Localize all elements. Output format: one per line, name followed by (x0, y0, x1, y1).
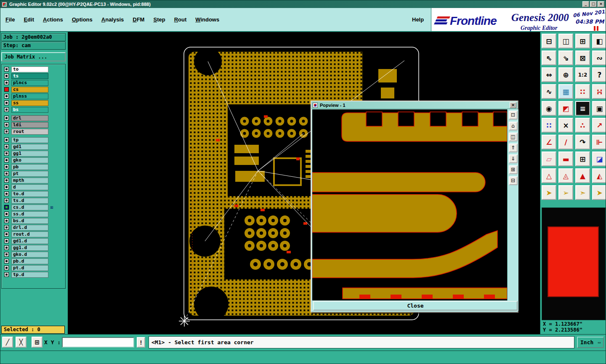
layer-checkbox[interactable] (4, 144, 9, 149)
layer-checkbox[interactable] (4, 239, 9, 243)
menu-actions[interactable]: Actions (43, 16, 63, 23)
layer-checkbox[interactable] (4, 122, 9, 127)
layer-checkbox[interactable] (4, 138, 9, 142)
layer-row-ldi[interactable]: ldi (4, 122, 65, 128)
arc-tool-button[interactable]: ↷ (575, 135, 590, 149)
layer-checkbox[interactable] (4, 232, 9, 236)
layer-row-ts[interactable]: ts (4, 73, 65, 79)
corner-mark-button[interactable]: ◩ (558, 101, 573, 116)
layer-row-rout.d[interactable]: rout.d (4, 231, 65, 237)
layer-row-tp.d[interactable]: tp.d (4, 271, 65, 278)
layer-row-to[interactable]: to (4, 66, 65, 72)
blue-shape-button[interactable]: ◪ (592, 151, 606, 166)
layer-row-tp[interactable]: tp (4, 137, 65, 143)
popview-zoom-in-button[interactable]: ⇑ (509, 143, 518, 152)
snap-pad-button[interactable]: ∷ (575, 84, 590, 99)
menu-options[interactable]: Options (72, 16, 93, 23)
layer-checkbox[interactable] (4, 245, 9, 250)
triangle-half-button[interactable]: ◭ (592, 168, 606, 183)
layer-row-pt[interactable]: pt (4, 170, 65, 177)
layer-row-gd1[interactable]: gd1 (4, 143, 65, 150)
menu-step[interactable]: Step (153, 16, 165, 23)
menu-analysis[interactable]: Analysis (101, 16, 124, 23)
layer-row-plncs[interactable]: plncs (4, 80, 65, 86)
layer-checkbox[interactable] (4, 116, 9, 120)
angle-measure-button[interactable]: ∠ (542, 135, 556, 149)
layer-row-drl[interactable]: drl (4, 115, 65, 121)
triangle-solid-button[interactable]: ▲ (575, 168, 590, 183)
popview-grid-button[interactable]: ⊞ (509, 165, 518, 174)
xy-input[interactable] (62, 337, 134, 348)
origin-target-button[interactable]: ◉ (542, 101, 556, 116)
layer-row-pb.d[interactable]: pb.d (4, 258, 65, 264)
layer-checkbox[interactable] (4, 252, 9, 257)
menu-edit[interactable]: Edit (24, 16, 34, 23)
layer-row-ss.d[interactable]: ss.d (4, 211, 65, 217)
units-button[interactable]: Inch ▭ (577, 337, 604, 348)
zoom-prev-button[interactable]: ⇖ (542, 50, 556, 65)
popview-capture-button[interactable]: ⊡ (509, 111, 518, 120)
layer-row-rout[interactable]: rout (4, 128, 65, 135)
popview-canvas[interactable]: ⊡⌂◫⇑⇓⊞⊟ (312, 109, 518, 301)
layer-checkbox[interactable] (4, 67, 9, 72)
layer-checkbox[interactable] (4, 158, 9, 162)
minimize-button[interactable]: _ (582, 1, 589, 7)
triangle-outline-button[interactable]: △ (542, 168, 556, 183)
layer-row-ts.d[interactable]: ts.d (4, 197, 65, 204)
layer-checkbox[interactable] (4, 266, 9, 270)
grid-toggle-button[interactable]: ▦ (558, 84, 573, 99)
layer-row-mpth[interactable]: mpth (4, 177, 65, 183)
select-pointer-button[interactable]: ➤ (542, 185, 556, 200)
maximize-button[interactable]: □ (590, 1, 597, 7)
layer-row-gko.d[interactable]: gko.d (4, 251, 65, 258)
highlight-pad-button[interactable]: ▱ (542, 151, 556, 166)
layer-row-ss[interactable]: ss (4, 100, 65, 106)
zoom-1-2-button[interactable]: 1:2 (575, 67, 590, 82)
layer-checkbox[interactable] (4, 74, 9, 78)
net-points-button[interactable]: ∷ (542, 118, 556, 133)
pan-center-button[interactable]: ⊕ (558, 67, 573, 82)
layer-checkbox[interactable] (4, 259, 9, 263)
layer-checkbox[interactable] (4, 198, 9, 203)
zoom-fit-button[interactable]: ⇔ (542, 67, 556, 82)
layer-row-cs.d[interactable]: cs.d⊞ (4, 204, 65, 210)
layer-row-gg1.d[interactable]: gg1.d (4, 244, 65, 251)
layer-checkbox[interactable] (4, 272, 9, 277)
clear-highlight-button[interactable]: ⊠ (575, 50, 590, 65)
layer-row-gd1.d[interactable]: gd1.d (4, 238, 65, 244)
layer-row-cs[interactable]: cs (4, 86, 65, 93)
clipboard-copy-button[interactable]: ⊟ (542, 34, 556, 48)
profile-toggle-button[interactable]: ∾ (592, 50, 606, 65)
layer-row-gko[interactable]: gko (4, 157, 65, 163)
overview-zoom-rect[interactable] (548, 226, 599, 297)
layer-checkbox[interactable] (4, 171, 9, 176)
layer-checkbox[interactable] (4, 191, 9, 196)
layer-checkbox[interactable] (4, 185, 9, 189)
popview-zoom-out-button[interactable]: ⇓ (509, 154, 518, 163)
ruler-button[interactable]: ≡ (575, 101, 590, 116)
popview-monitor-button[interactable]: ◫ (509, 133, 518, 141)
layer-checkbox[interactable] (4, 151, 9, 156)
layer-checkbox[interactable] (4, 101, 9, 105)
layer-row-pt.d[interactable]: pt.d (4, 265, 65, 271)
layer-row-plnss[interactable]: plnss (4, 93, 65, 99)
red-line-button[interactable]: ▬ (558, 151, 573, 166)
menu-dfm[interactable]: DFM (133, 16, 144, 23)
popview-home-button[interactable]: ⌂ (509, 122, 518, 130)
snap-grid-button[interactable]: ∺ (592, 84, 606, 99)
query-point-button[interactable]: ∴ (575, 118, 590, 133)
layer-row-bs[interactable]: bs (4, 106, 65, 113)
main-canvas[interactable]: Popview - 1 × (68, 32, 540, 334)
layer-checkbox[interactable] (4, 218, 9, 223)
select-reference-button[interactable]: ➤ (592, 185, 606, 200)
layer-checkbox[interactable] (4, 178, 9, 183)
layer-row-gg1[interactable]: gg1 (4, 150, 65, 157)
split-screen-button[interactable]: ◧ (592, 34, 606, 48)
popview-close-icon[interactable]: × (510, 102, 516, 108)
layer-checkbox[interactable] (4, 165, 9, 169)
layer-row-drl.d[interactable]: drl.d (4, 224, 65, 231)
zoom-next-button[interactable]: ⇘ (558, 50, 573, 65)
layer-checkbox[interactable] (4, 107, 9, 112)
select-inside-button[interactable]: ➣ (575, 185, 590, 200)
popview-close-button[interactable]: Close (313, 301, 518, 311)
